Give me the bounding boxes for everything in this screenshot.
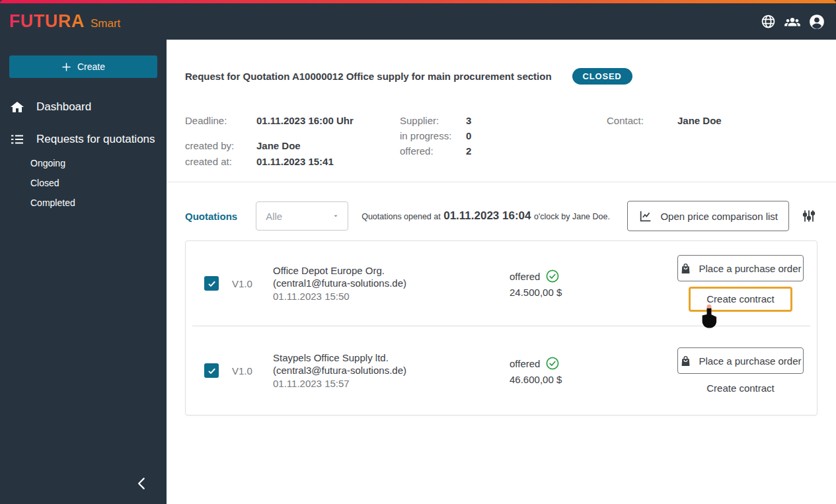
topbar: FUTURA Smart — [0, 0, 836, 40]
brand-logo: FUTURA Smart — [9, 11, 120, 32]
page-title: Request for Quotation A10000012 Office s… — [185, 71, 552, 82]
chevron-down-icon — [332, 212, 340, 220]
details-column-contact: Contact: Jane Doe — [607, 115, 722, 168]
bag-icon — [679, 355, 692, 367]
sidebar-item-closed[interactable]: Closed — [0, 175, 167, 191]
supplier-email: (central1@futura-solutions.de) — [273, 277, 510, 290]
quotation-version: V1.0 — [232, 365, 273, 377]
sidebar-item-label: Dashboard — [36, 100, 91, 114]
detail-row-offered: offered: 2 — [400, 145, 607, 157]
detail-row-created-by: created by: Jane Doe — [185, 140, 400, 152]
chevron-left-icon — [133, 475, 151, 492]
create-button[interactable]: Create — [9, 55, 157, 78]
offer-price: 24.500,00 $ — [510, 287, 615, 298]
open-price-comparison-button[interactable]: Open price comparison list — [627, 201, 789, 231]
supplier-block: Staypels Office Supply ltd. (central3@fu… — [273, 351, 510, 390]
offer-price: 46.600,00 $ — [510, 374, 615, 385]
account-circle-icon[interactable] — [808, 13, 825, 30]
quotations-toolbar: Quotations Alle Quotations opened at 01.… — [167, 201, 836, 231]
sidebar-item-label: Requests for quotations — [36, 133, 155, 146]
offer-block: offered 46.600,00 $ — [510, 356, 615, 385]
tune-filter-icon[interactable] — [800, 207, 817, 225]
supplier-name: Staypels Office Supply ltd. — [273, 351, 510, 365]
title-row: Request for Quotation A10000012 Office s… — [167, 68, 836, 85]
open-price-comparison-label: Open price comparison list — [660, 211, 778, 222]
quotations-section-label: Quotations — [185, 211, 237, 222]
opened-suffix: o'clock by Jane Doe. — [534, 212, 610, 221]
contract-action-wrap: Create contract — [689, 287, 792, 312]
offer-status-label: offered — [510, 271, 540, 282]
globe-icon[interactable] — [759, 13, 777, 30]
detail-row-created-at: created at: 01.11.2023 15:41 — [185, 156, 400, 168]
row-checkbox-checked[interactable] — [204, 363, 219, 378]
quotation-date: 01.11.2023 15:57 — [273, 377, 510, 390]
place-purchase-order-label: Place a purchase order — [699, 355, 801, 367]
opened-prefix: Quotations opened at — [361, 212, 441, 221]
offer-status: offered — [510, 356, 615, 371]
row-checkbox-checked[interactable] — [204, 276, 219, 291]
check-icon — [207, 366, 217, 376]
chart-icon — [638, 209, 653, 223]
row-actions: Place a purchase order Create contract — [677, 347, 804, 394]
topbar-icons — [759, 13, 825, 30]
details-section: Deadline: 01.11.2023 16:00 Uhr created b… — [167, 115, 836, 168]
sidebar-item-ongoing[interactable]: Ongoing — [0, 155, 167, 171]
check-circle-icon — [545, 356, 560, 371]
details-column-counts: Supplier: 3 in progress: 0 offered: 2 — [400, 115, 607, 168]
sidebar-collapse-button[interactable] — [131, 472, 153, 495]
offered-value: 2 — [466, 145, 471, 157]
opened-time: 01.11.2023 16:04 — [443, 209, 531, 222]
supplier-value: 3 — [466, 115, 471, 127]
contact-label: Contact: — [607, 115, 677, 127]
deadline-value: 01.11.2023 16:00 Uhr — [256, 115, 354, 127]
created-by-label: created by: — [185, 140, 256, 152]
brand-suffix: Smart — [91, 17, 120, 30]
offered-label: offered: — [400, 145, 466, 157]
in-progress-label: in progress: — [400, 130, 466, 142]
create-contract-button[interactable]: Create contract — [706, 293, 775, 305]
details-column-dates: Deadline: 01.11.2023 16:00 Uhr created b… — [185, 115, 400, 168]
quotation-date: 01.11.2023 15:50 — [273, 290, 510, 303]
sidebar-nav: Dashboard Requests for quotations Ongoin… — [0, 97, 167, 211]
main-content: Request for Quotation A10000012 Office s… — [167, 40, 836, 504]
supplier-label: Supplier: — [400, 115, 466, 127]
in-progress-value: 0 — [466, 130, 471, 142]
detail-row-deadline: Deadline: 01.11.2023 16:00 Uhr — [185, 115, 400, 127]
sidebar-subnav: Ongoing Closed Completed — [0, 155, 167, 211]
app-window: FUTURA Smart — [0, 0, 836, 504]
created-at-label: created at: — [185, 156, 256, 168]
place-purchase-order-button[interactable]: Place a purchase order — [677, 347, 804, 374]
home-icon — [9, 99, 25, 115]
offer-status: offered — [510, 269, 615, 283]
plus-icon — [61, 62, 71, 72]
sidebar-item-dashboard[interactable]: Dashboard — [0, 97, 167, 117]
brand-name: FUTURA — [9, 11, 85, 32]
quotation-row: V1.0 Office Depot Europe Org. (central1@… — [186, 241, 817, 326]
quotations-card: V1.0 Office Depot Europe Org. (central1@… — [185, 240, 817, 415]
list-icon — [9, 131, 25, 147]
users-icon[interactable] — [784, 13, 801, 30]
place-purchase-order-label: Place a purchase order — [699, 263, 801, 274]
quotations-filter-select[interactable]: Alle — [256, 201, 348, 231]
offer-block: offered 24.500,00 $ — [510, 269, 615, 298]
row-actions: Place a purchase order Create contract — [677, 255, 804, 312]
check-icon — [207, 279, 217, 289]
sidebar-item-requests[interactable]: Requests for quotations — [0, 129, 167, 149]
place-purchase-order-button[interactable]: Place a purchase order — [677, 255, 804, 281]
sidebar-item-completed[interactable]: Completed — [0, 195, 167, 211]
quotations-opened-note: Quotations opened at 01.11.2023 16:04 o'… — [361, 209, 610, 223]
supplier-name: Office Depot Europe Org. — [273, 264, 510, 277]
created-by-value: Jane Doe — [256, 140, 301, 152]
section-divider — [167, 182, 836, 182]
create-button-label: Create — [77, 61, 105, 72]
supplier-email: (central3@futura-solutions.de) — [273, 364, 510, 377]
status-badge: CLOSED — [572, 68, 632, 85]
quotation-row: V1.0 Staypels Office Supply ltd. (centra… — [186, 326, 817, 415]
check-circle-icon — [545, 269, 560, 283]
detail-row-in-progress: in progress: 0 — [400, 130, 607, 142]
deadline-label: Deadline: — [185, 115, 256, 127]
create-contract-button[interactable]: Create contract — [706, 382, 775, 394]
supplier-block: Office Depot Europe Org. (central1@futur… — [273, 264, 510, 303]
detail-row-supplier: Supplier: 3 — [400, 115, 607, 127]
sidebar: Create Dashboard Requests for quotations — [0, 40, 167, 504]
